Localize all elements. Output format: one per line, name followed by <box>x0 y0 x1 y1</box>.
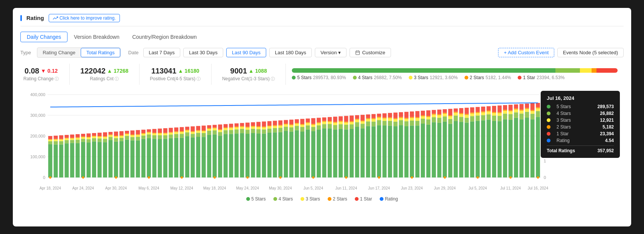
svg-rect-242 <box>295 122 299 123</box>
svg-rect-60 <box>98 138 102 142</box>
svg-rect-237 <box>289 124 293 125</box>
svg-rect-46 <box>81 137 85 138</box>
svg-rect-126 <box>169 133 173 135</box>
svg-rect-88 <box>125 131 129 133</box>
svg-rect-16 <box>48 139 52 141</box>
svg-rect-44 <box>81 142 85 177</box>
svg-rect-103 <box>141 130 146 133</box>
svg-rect-423 <box>492 106 496 112</box>
metric-ratings-cnt-delta: ▲ 17268 <box>107 68 129 74</box>
svg-rect-156 <box>202 131 206 133</box>
svg-rect-396 <box>465 115 469 118</box>
svg-rect-49 <box>87 142 91 177</box>
metric-negative-cnt-label: Negative Cnt(1-3 Stars) ⓘ <box>222 76 275 82</box>
svg-rect-360 <box>426 119 431 124</box>
svg-rect-131 <box>174 132 178 134</box>
svg-rect-123 <box>163 128 167 133</box>
svg-point-465 <box>49 176 51 179</box>
tab-country-breakdown[interactable]: Country/Region Breakdown <box>126 32 203 42</box>
svg-point-495 <box>537 176 539 179</box>
svg-rect-203 <box>251 122 255 126</box>
svg-rect-125 <box>169 135 173 138</box>
svg-text:May 30, 2024: May 30, 2024 <box>269 186 292 190</box>
metric-negative-cnt-value: 9001 ▲ 1088 <box>222 67 275 75</box>
svg-rect-454 <box>531 119 535 177</box>
svg-rect-180 <box>229 130 233 134</box>
last-7-days-button[interactable]: Last 7 Days <box>143 48 181 57</box>
svg-rect-427 <box>498 112 502 113</box>
svg-rect-234 <box>289 132 293 177</box>
svg-rect-377 <box>443 113 447 114</box>
svg-rect-29 <box>64 143 69 177</box>
svg-rect-268 <box>322 117 326 121</box>
svg-rect-248 <box>300 119 304 124</box>
svg-rect-109 <box>152 139 156 177</box>
svg-point-471 <box>148 176 150 179</box>
svg-rect-36 <box>70 138 74 140</box>
tooltip-dot <box>547 139 550 142</box>
type-total-ratings-button[interactable]: Total Ratings <box>81 48 120 57</box>
svg-rect-433 <box>503 105 507 109</box>
svg-rect-345 <box>410 121 414 125</box>
svg-rect-98 <box>136 130 140 134</box>
svg-rect-57 <box>92 136 96 136</box>
svg-rect-374 <box>443 121 447 177</box>
svg-rect-369 <box>437 122 442 177</box>
legend-item: 3 Stars <box>301 196 320 202</box>
svg-rect-363 <box>426 110 431 116</box>
svg-rect-63 <box>98 133 102 136</box>
svg-rect-397 <box>465 114 469 115</box>
svg-rect-401 <box>470 113 474 116</box>
svg-rect-332 <box>393 118 397 119</box>
svg-rect-32 <box>64 138 69 138</box>
svg-rect-329 <box>393 126 397 177</box>
tooltip-row: 5 Stars289,573 <box>547 104 614 109</box>
last-180-days-button[interactable]: Last 180 Days <box>269 48 312 57</box>
svg-rect-431 <box>503 111 507 113</box>
improve-rating-button[interactable]: Click here to improve rating. <box>49 14 120 22</box>
svg-rect-447 <box>520 109 524 110</box>
svg-rect-235 <box>289 127 293 131</box>
svg-point-469 <box>115 176 117 179</box>
svg-rect-77 <box>114 136 118 136</box>
svg-rect-285 <box>344 125 348 130</box>
svg-rect-155 <box>202 133 206 137</box>
svg-rect-344 <box>410 125 414 177</box>
svg-rect-265 <box>322 124 326 128</box>
svg-point-491 <box>477 176 479 179</box>
version-filter-button[interactable]: Version ▾ <box>315 48 347 57</box>
tab-version-breakdown[interactable]: Version Breakdown <box>67 32 126 42</box>
svg-rect-153 <box>196 126 200 130</box>
svg-rect-73 <box>109 132 113 135</box>
metric-rating-change: 0.08 ▼ 0.12 Rating Change ⓘ <box>20 64 70 85</box>
svg-rect-318 <box>377 113 381 116</box>
last-90-days-button[interactable]: Last 90 Days <box>226 48 266 57</box>
last-30-days-button[interactable]: Last 30 Days <box>183 48 223 57</box>
svg-rect-254 <box>311 131 315 177</box>
type-rating-change-button[interactable]: Rating Change <box>37 48 81 57</box>
metric-ratings-cnt-value: 122042 ▲ 17268 <box>80 67 128 75</box>
svg-rect-439 <box>514 118 518 177</box>
customize-button[interactable]: Customize <box>350 48 391 57</box>
svg-rect-415 <box>486 114 491 119</box>
legend-dot <box>328 197 331 201</box>
svg-rect-207 <box>256 126 261 127</box>
svg-rect-171 <box>218 130 222 132</box>
svg-rect-338 <box>399 112 403 117</box>
svg-rect-220 <box>273 128 277 132</box>
svg-rect-45 <box>81 139 85 142</box>
svg-rect-144 <box>191 137 195 177</box>
metric-negative-cnt-delta: ▲ 1088 <box>248 68 267 74</box>
svg-rect-164 <box>213 134 217 177</box>
svg-rect-181 <box>229 128 233 130</box>
svg-point-479 <box>279 176 282 179</box>
tab-daily-changes[interactable]: Daily Changes <box>20 32 67 42</box>
svg-rect-195 <box>245 130 250 134</box>
svg-rect-399 <box>470 121 474 177</box>
svg-rect-97 <box>136 134 140 135</box>
svg-rect-290 <box>350 124 354 129</box>
add-custom-event-button[interactable]: + Add Custom Event <box>498 48 554 57</box>
events-node-button[interactable]: Events Node (5 selected) <box>557 48 624 57</box>
tabs-row: Daily Changes Version Breakdown Country/… <box>20 32 624 42</box>
svg-rect-176 <box>224 128 228 130</box>
